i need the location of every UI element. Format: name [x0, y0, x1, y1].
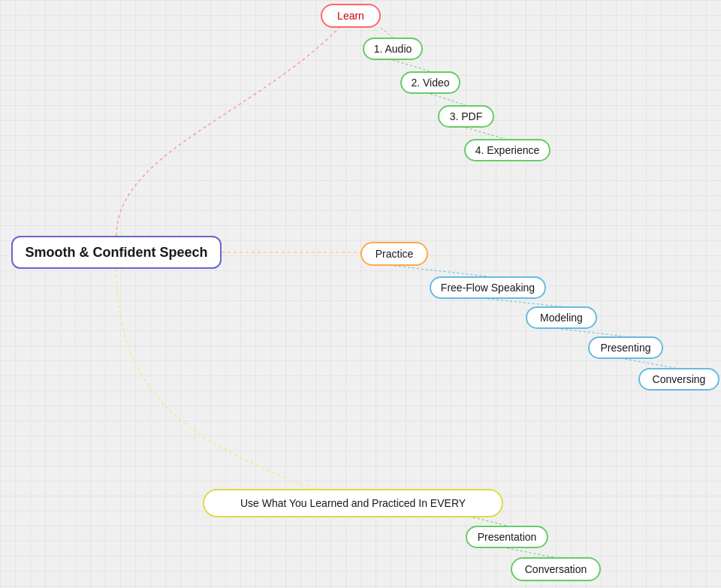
svg-line-2	[430, 94, 466, 105]
svg-line-1	[393, 60, 430, 71]
freeflow-node: Free-Flow Speaking	[430, 276, 546, 299]
learn-node: Learn	[321, 4, 381, 28]
svg-line-6	[487, 299, 561, 306]
pdf-node: 3. PDF	[438, 105, 494, 128]
experience-node: 4. Experience	[464, 139, 551, 161]
svg-line-3	[466, 128, 505, 139]
video-node: 2. Video	[400, 71, 460, 94]
svg-line-7	[561, 329, 625, 336]
practice-node: Practice	[360, 242, 428, 266]
presenting-node: Presenting	[588, 336, 663, 359]
svg-line-5	[394, 266, 487, 276]
svg-line-0	[381, 28, 393, 38]
svg-line-10	[507, 548, 554, 557]
usewhat-node: Use What You Learned and Practiced In EV…	[203, 489, 503, 517]
svg-line-8	[625, 359, 675, 368]
conversation-node: Conversation	[511, 557, 601, 581]
modeling-node: Modeling	[526, 306, 597, 329]
audio-node: 1. Audio	[363, 38, 423, 60]
main-node: Smooth & Confident Speech	[11, 236, 222, 269]
presentation-node: Presentation	[466, 526, 548, 548]
svg-line-9	[473, 517, 507, 526]
conversing-node: Conversing	[638, 368, 719, 390]
